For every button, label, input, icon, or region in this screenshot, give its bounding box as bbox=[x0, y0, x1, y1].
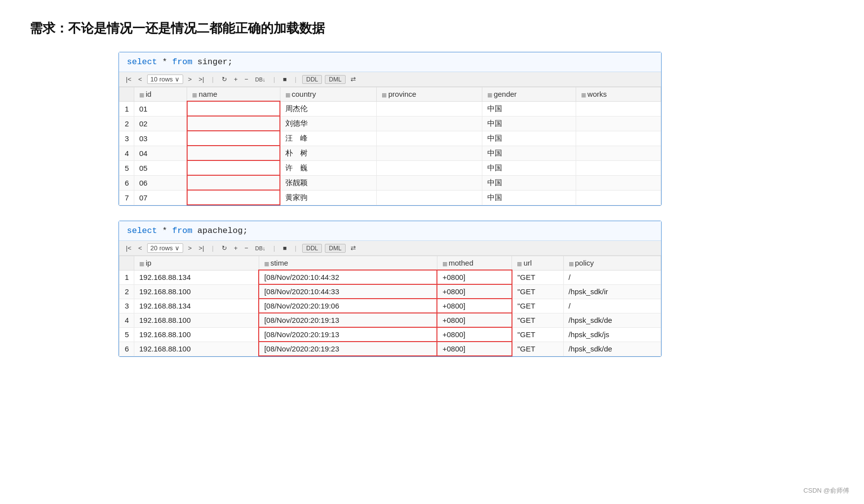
next-page-icon[interactable]: > bbox=[186, 75, 194, 83]
singer-name bbox=[187, 175, 280, 190]
apache-url: "GET bbox=[512, 342, 563, 356]
singer-works bbox=[576, 175, 661, 190]
apache-mothed: +0800] bbox=[437, 327, 512, 342]
sql-star: * bbox=[162, 57, 172, 67]
dml-button[interactable]: DML bbox=[325, 75, 345, 84]
singer-country: 刘德华 bbox=[280, 116, 377, 131]
singer-country: 周杰伦 bbox=[280, 101, 377, 116]
apache-stime: [08/Nov/2020:20:19:23 bbox=[259, 342, 437, 356]
singer-province bbox=[377, 131, 482, 146]
singer-province bbox=[377, 190, 482, 205]
sql-select-keyword2: select bbox=[127, 226, 157, 235]
sql-star2: * bbox=[162, 226, 172, 235]
exchange-icon[interactable]: ⇄ bbox=[349, 75, 358, 83]
row-number: 5 bbox=[119, 327, 134, 342]
table-row: 6192.168.88.100[08/Nov/2020:20:19:23+080… bbox=[119, 342, 661, 356]
last-page-icon2[interactable]: >| bbox=[196, 244, 206, 252]
singer-country: 汪 峰 bbox=[280, 131, 377, 146]
sql-table-name2: apachelog; bbox=[197, 226, 248, 235]
apachelog-query-block: select * from apachelog; |< < 20 rows ∨ … bbox=[118, 221, 662, 357]
singer-country: 许 巍 bbox=[280, 160, 377, 175]
apachelog-sql-line: select * from apachelog; bbox=[119, 221, 661, 241]
table-row: 606张靓颖中国 bbox=[119, 175, 661, 190]
apachelog-table-header: ▦ip ▦stime ▦mothed ▦url ▦policy bbox=[119, 256, 661, 271]
ddl-button2[interactable]: DDL bbox=[302, 244, 322, 253]
first-page-icon2[interactable]: |< bbox=[124, 244, 133, 252]
apache-ip: 192.168.88.134 bbox=[134, 299, 259, 313]
apache-policy: / bbox=[563, 299, 661, 313]
apache-ip: 192.168.88.100 bbox=[134, 342, 259, 356]
row-number: 3 bbox=[119, 299, 134, 313]
apache-stime: [08/Nov/2020:20:19:13 bbox=[259, 327, 437, 342]
col-header-url: ▦url bbox=[512, 256, 563, 271]
remove-icon2[interactable]: − bbox=[242, 244, 250, 252]
col-header-policy: ▦policy bbox=[563, 256, 661, 271]
stop-icon[interactable]: ■ bbox=[281, 75, 289, 83]
apachelog-table: ▦ip ▦stime ▦mothed ▦url ▦policy 1192.168… bbox=[119, 256, 661, 356]
singer-works bbox=[576, 101, 661, 116]
dml-button2[interactable]: DML bbox=[325, 244, 345, 253]
apache-policy: /hpsk_sdk/ir bbox=[563, 284, 661, 299]
apache-url: "GET bbox=[512, 313, 563, 327]
table-row: 505许 巍中国 bbox=[119, 160, 661, 175]
apache-stime: [08/Nov/2020:20:19:06 bbox=[259, 299, 437, 313]
table-row: 202刘德华中国 bbox=[119, 116, 661, 131]
row-number: 6 bbox=[119, 175, 134, 190]
refresh-icon[interactable]: ↻ bbox=[220, 75, 229, 83]
sql-select-keyword: select bbox=[127, 57, 157, 67]
col-header-name: ▦name bbox=[187, 87, 280, 102]
apache-ip: 192.168.88.100 bbox=[134, 284, 259, 299]
apache-mothed: +0800] bbox=[437, 299, 512, 313]
apache-mothed: +0800] bbox=[437, 342, 512, 356]
table-row: 5192.168.88.100[08/Nov/2020:20:19:13+080… bbox=[119, 327, 661, 342]
remove-icon[interactable]: − bbox=[242, 75, 250, 83]
singer-id: 04 bbox=[134, 146, 187, 160]
exchange-icon2[interactable]: ⇄ bbox=[349, 244, 358, 252]
col-header-gender: ▦gender bbox=[482, 87, 576, 102]
sep4: | bbox=[210, 244, 215, 252]
col-header-ip: ▦ip bbox=[134, 256, 259, 271]
prev-page-icon2[interactable]: < bbox=[136, 244, 144, 252]
table-row: 404朴 树中国 bbox=[119, 146, 661, 160]
rows-selector[interactable]: 10 rows ∨ bbox=[147, 75, 183, 84]
sep1: | bbox=[210, 75, 215, 83]
row-number: 4 bbox=[119, 313, 134, 327]
col-header-id: ▦id bbox=[134, 87, 187, 102]
last-page-icon[interactable]: >| bbox=[196, 75, 206, 83]
singer-name bbox=[187, 101, 280, 116]
db-icon2[interactable]: DB↓ bbox=[253, 245, 268, 252]
next-page-icon2[interactable]: > bbox=[186, 244, 194, 252]
refresh-icon2[interactable]: ↻ bbox=[220, 244, 229, 252]
add-icon[interactable]: + bbox=[232, 75, 240, 83]
singer-province bbox=[377, 175, 482, 190]
table-row: 303汪 峰中国 bbox=[119, 131, 661, 146]
table-row: 1192.168.88.134[08/Nov/2020:10:44:32+080… bbox=[119, 270, 661, 284]
apache-mothed: +0800] bbox=[437, 284, 512, 299]
singer-gender: 中国 bbox=[482, 190, 576, 205]
add-icon2[interactable]: + bbox=[232, 244, 240, 252]
sep5: | bbox=[272, 244, 277, 252]
ddl-button[interactable]: DDL bbox=[302, 75, 322, 84]
singer-name bbox=[187, 146, 280, 160]
stop-icon2[interactable]: ■ bbox=[281, 244, 289, 252]
prev-page-icon[interactable]: < bbox=[136, 75, 144, 83]
db-icon[interactable]: DB↓ bbox=[253, 76, 268, 83]
singer-works bbox=[576, 131, 661, 146]
singer-name bbox=[187, 160, 280, 175]
row-number: 2 bbox=[119, 116, 134, 131]
singer-id: 06 bbox=[134, 175, 187, 190]
apache-stime: [08/Nov/2020:20:19:13 bbox=[259, 313, 437, 327]
col-header-province: ▦province bbox=[377, 87, 482, 102]
sep6: | bbox=[293, 244, 298, 252]
singer-works bbox=[576, 116, 661, 131]
singer-table: ▦id ▦name ▦country ▦province ▦gender ▦wo… bbox=[119, 87, 661, 205]
singer-country: 朴 树 bbox=[280, 146, 377, 160]
rows-selector2[interactable]: 20 rows ∨ bbox=[147, 243, 183, 253]
sql-from-keyword: from bbox=[172, 57, 193, 67]
singer-province bbox=[377, 101, 482, 116]
singer-toolbar: |< < 10 rows ∨ > >| | ↻ + − DB↓ | ■ | DD… bbox=[119, 72, 661, 87]
table-row: 707黄家驹中国 bbox=[119, 190, 661, 205]
apache-policy: /hpsk_sdk/de bbox=[563, 342, 661, 356]
sep2: | bbox=[272, 75, 277, 83]
first-page-icon[interactable]: |< bbox=[124, 75, 133, 83]
